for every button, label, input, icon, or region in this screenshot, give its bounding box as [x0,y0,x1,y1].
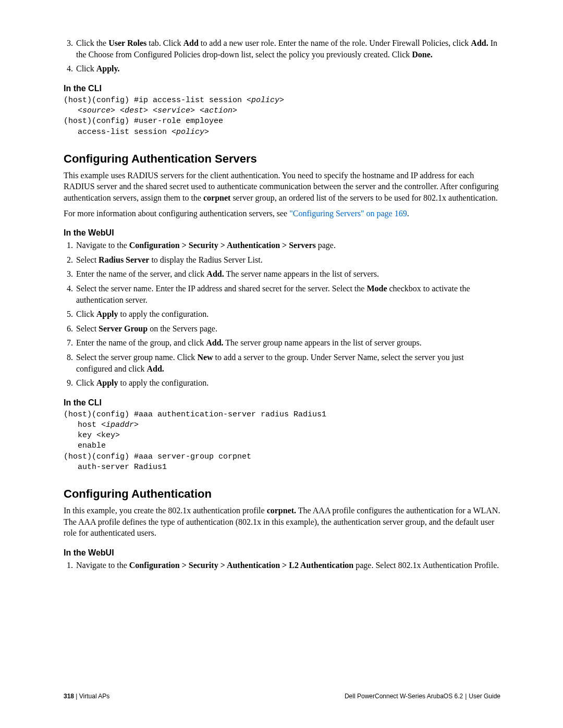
list-item: Click the User Roles tab. Click Add to a… [75,38,500,60]
bold-text: Apply. [96,64,120,73]
list-item: Select the server name. Enter the IP add… [75,283,500,305]
webui-steps-2: Navigate to the Configuration > Security… [64,560,500,571]
text: server group, an ordered list of the ser… [230,193,497,202]
bold-text: Add. [206,269,224,278]
bold-text: Server Group [99,324,148,333]
cli-block-2: (host)(config) #aaa authentication-serve… [64,410,500,473]
text: Click [76,310,96,318]
cli-heading: In the CLI [64,398,500,408]
bold-text: corpnet [203,193,230,202]
bold-text: Apply [96,378,118,387]
footer-chapter: Virtual APs [79,693,109,700]
code-text: enable [64,441,106,450]
footer-doc: User Guide [469,693,500,700]
bold-text: Add. [206,338,223,347]
webui-heading: In the WebUI [64,228,500,238]
bold-text: corpnet. [267,506,296,515]
footer-separator: | [465,693,467,700]
bold-text: New [197,353,213,362]
text: Navigate to the [76,561,129,570]
paragraph: For more information about configuring a… [64,208,500,219]
text: Click the [76,39,108,47]
paragraph: This example uses RADIUS servers for the… [64,170,500,204]
text: to apply the configuration. [118,378,209,387]
bold-text: Add. [147,364,164,373]
code-text: (host)(config) #ip access-list session [64,96,247,105]
text: . [407,209,409,218]
text: Click [76,378,96,387]
footer-product: Dell PowerConnect W-Series ArubaOS 6.2 [345,693,463,700]
code-text: key <key> [64,431,120,440]
page-number: 318 [64,693,74,700]
list-item: Enter the name of the group, and click A… [75,337,500,349]
text: In this example, you create the 802.1x a… [64,506,267,515]
bold-text: Configuration > Security > Authenticatio… [129,561,353,570]
section-heading-auth-servers: Configuring Authentication Servers [64,152,500,166]
webui-heading: In the WebUI [64,548,500,558]
code-italic: <ipaddr> [101,421,139,429]
code-italic: <policy> [247,96,284,105]
text: The server group name appears in the lis… [224,338,422,347]
code-text [64,106,78,115]
text: Select [76,324,99,333]
list-item: Click Apply. [75,63,500,75]
text: Select the server group name. Click [76,353,197,362]
list-item: Enter the name of the server, and click … [75,268,500,280]
text: page. Select 802.1x Authentication Profi… [353,561,499,570]
code-text: (host)(config) #user-role employee [64,117,223,126]
text: to apply the configuration. [118,310,209,318]
section-heading-config-auth: Configuring Authentication [64,487,500,501]
webui-steps-1: Navigate to the Configuration > Security… [64,240,500,389]
text: Click [76,64,96,73]
code-text: (host)(config) #aaa server-group corpnet [64,452,251,461]
text: Enter the name of the server, and click [76,269,206,278]
paragraph: In this example, you create the 802.1x a… [64,505,500,539]
list-item: Navigate to the Configuration > Security… [75,240,500,251]
cross-reference-link[interactable]: "Configuring Servers" on page 169 [289,209,407,218]
text: page. [316,241,336,250]
list-item: Select Radius Server to display the Radi… [75,254,500,266]
bold-text: User Roles [108,39,146,47]
list-item: Select Server Group on the Servers page. [75,323,500,335]
text: tab. Click [146,39,183,47]
code-text: host [64,421,101,429]
text: For more information about configuring a… [64,209,289,218]
page-footer: 318 | Virtual APs Dell PowerConnect W-Se… [64,693,500,700]
text: to add a new user role. Enter the name o… [199,39,471,47]
cli-block-1: (host)(config) #ip access-list session <… [64,95,500,138]
code-italic: <policy> [172,128,209,137]
footer-left: 318 | Virtual APs [64,693,109,700]
code-text: access-list session [64,128,172,137]
text: The server name appears in the list of s… [224,269,379,278]
bold-text: Apply [96,310,118,318]
list-item: Click Apply to apply the configuration. [75,377,500,389]
text: Enter the name of the group, and click [76,338,206,347]
bold-text: Mode [366,284,387,293]
text: Select [76,255,99,264]
list-item: Navigate to the Configuration > Security… [75,560,500,571]
bold-text: Add [183,39,198,47]
text: on the Servers page. [148,324,217,333]
list-item: Click Apply to apply the configuration. [75,309,500,320]
bold-text: Add. [471,39,488,47]
footer-right: Dell PowerConnect W-Series ArubaOS 6.2|U… [345,693,500,700]
text: to display the Radius Server List. [149,255,262,264]
text: Navigate to the [76,241,129,250]
code-text: auth-server Radius1 [64,463,167,472]
cli-heading: In the CLI [64,84,500,93]
document-page: Click the User Roles tab. Click Add to a… [0,0,563,606]
list-item: Select the server group name. Click New … [75,352,500,374]
bold-text: Radius Server [99,255,149,264]
bold-text: Configuration > Security > Authenticatio… [129,241,316,250]
text: Select the server name. Enter the IP add… [76,284,366,293]
continued-steps-list: Click the User Roles tab. Click Add to a… [64,38,500,75]
code-italic: <source> <dest> <service> <action> [78,106,237,115]
code-text: (host)(config) #aaa authentication-serve… [64,410,326,419]
footer-separator: | [74,693,79,700]
bold-text: Done. [412,50,433,59]
